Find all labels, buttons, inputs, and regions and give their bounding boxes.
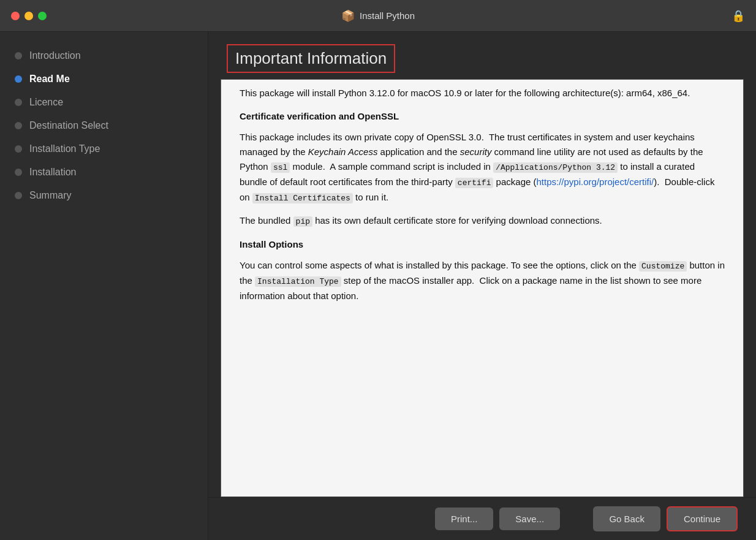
lock-icon: 🔒 <box>731 9 745 23</box>
install-options-heading: Install Options <box>240 237 725 252</box>
bottom-bar: Print... Save... Go Back Continue <box>208 497 756 540</box>
sidebar-label-readme: Read Me <box>29 74 70 85</box>
title-text: Install Python <box>360 10 415 21</box>
dest-dot <box>15 122 22 129</box>
cert-paragraph: This package includes its own private co… <box>240 130 725 205</box>
left-button-group: Print... Save... <box>435 508 560 530</box>
window-controls <box>11 12 47 20</box>
pip-paragraph: The bundled pip has its own default cert… <box>240 213 725 229</box>
intro-paragraph: This package will install Python 3.12.0 … <box>240 86 725 101</box>
close-button[interactable] <box>11 12 20 20</box>
cert-heading: Certificate verification and OpenSSL <box>240 109 725 124</box>
sidebar-item-installation-type[interactable]: Installation Type <box>0 137 208 161</box>
go-back-button[interactable]: Go Back <box>593 506 660 531</box>
sidebar-item-destination-select[interactable]: Destination Select <box>0 114 208 137</box>
content-title-box: Important Information <box>227 44 395 73</box>
summary-dot <box>15 192 22 199</box>
minimize-button[interactable] <box>25 12 33 20</box>
certifi-link[interactable]: https://pypi.org/project/certifi/ <box>537 177 654 187</box>
content-scroll-area[interactable]: This package will install Python 3.12.0 … <box>221 79 744 497</box>
content-area: Important Information This package will … <box>208 32 756 540</box>
sidebar: Introduction Read Me Licence Destination… <box>0 32 208 540</box>
print-button[interactable]: Print... <box>435 508 493 530</box>
continue-button[interactable]: Continue <box>667 506 738 531</box>
app-icon: 📦 <box>341 9 355 23</box>
install-options-paragraph: You can control some aspects of what is … <box>240 258 725 303</box>
maximize-button[interactable] <box>38 12 47 20</box>
main-content: Introduction Read Me Licence Destination… <box>0 32 756 540</box>
sidebar-item-installation[interactable]: Installation <box>0 161 208 184</box>
sidebar-label-installation: Installation <box>29 167 77 178</box>
sidebar-item-licence[interactable]: Licence <box>0 91 208 114</box>
sidebar-item-introduction[interactable]: Introduction <box>0 44 208 67</box>
window-title: 📦 Install Python <box>341 9 415 23</box>
sidebar-item-readme[interactable]: Read Me <box>0 67 208 91</box>
readme-dot <box>15 75 22 83</box>
sidebar-item-summary[interactable]: Summary <box>0 184 208 207</box>
sidebar-label-summary: Summary <box>29 190 71 201</box>
inst-type-dot <box>15 145 22 153</box>
sidebar-label-licence: Licence <box>29 97 63 108</box>
content-title: Important Information <box>235 49 387 67</box>
install-dot <box>15 169 22 176</box>
sidebar-label-introduction: Introduction <box>29 50 81 61</box>
content-header: Important Information <box>208 32 756 79</box>
sidebar-label-installation-type: Installation Type <box>29 143 100 154</box>
licence-dot <box>15 99 22 106</box>
titlebar: 📦 Install Python 🔒 <box>0 0 756 32</box>
save-button[interactable]: Save... <box>499 508 560 530</box>
sidebar-label-destination: Destination Select <box>29 120 108 131</box>
content-body: This package will install Python 3.12.0 … <box>240 86 725 303</box>
intro-dot <box>15 52 22 59</box>
right-button-group: Go Back Continue <box>593 506 738 531</box>
